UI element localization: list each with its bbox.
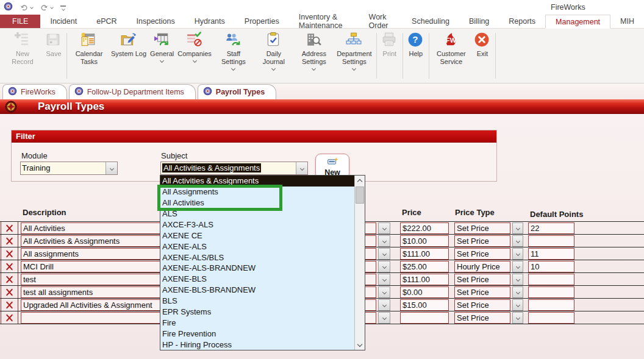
address-settings-button[interactable]: Address Settings — [294, 30, 334, 82]
system-log-button[interactable]: System Log — [109, 30, 148, 82]
subject-combobox[interactable]: All Activities & Assignments — [160, 162, 308, 175]
price-type-combo-arrow[interactable] — [512, 248, 523, 260]
staff-settings-button[interactable]: Staff Settings — [213, 30, 254, 82]
price-type-field[interactable]: Set Price — [454, 248, 510, 260]
ribbon-tab-scheduling[interactable]: Scheduling — [402, 15, 459, 28]
delete-row-button[interactable] — [1, 273, 18, 285]
price-type-combo-arrow[interactable] — [512, 235, 523, 247]
delete-row-button[interactable] — [1, 235, 18, 247]
redo-button[interactable] — [40, 2, 53, 13]
price-field[interactable] — [400, 312, 449, 324]
default-points-field[interactable] — [528, 235, 574, 247]
dropdown-item[interactable]: All Activities — [160, 197, 354, 208]
price-type-field[interactable]: Set Price — [454, 274, 510, 285]
row-subject-combo-arrow[interactable] — [378, 248, 390, 260]
document-tab-payroll-types[interactable]: Payroll Types — [198, 84, 276, 99]
document-tab-fireworks[interactable]: FireWorks — [2, 84, 67, 99]
dropdown-item[interactable]: AXENE-BLS-BRANDNEW — [160, 285, 354, 296]
daily-journal-button[interactable]: Daily Journal — [254, 30, 294, 82]
general-button[interactable]: General — [148, 30, 176, 82]
ribbon-tab-billing[interactable]: Billing — [459, 15, 499, 28]
ribbon-tab-incident[interactable]: Incident — [40, 15, 87, 28]
scrollbar-up-button[interactable] — [355, 176, 365, 185]
ribbon-tab-properties[interactable]: Properties — [235, 15, 289, 28]
ribbon-tab-inventory-maintenance[interactable]: Inventory & Maintenance — [289, 15, 359, 28]
price-field[interactable]: $25.00 — [400, 261, 449, 272]
department-settings-button[interactable]: Department Settings — [334, 30, 374, 82]
customer-service-button[interactable]: FWCustomer Service — [431, 30, 471, 82]
dropdown-item[interactable]: Fire — [160, 317, 354, 328]
price-field[interactable]: $222.00 — [400, 222, 449, 234]
row-subject-combo-arrow[interactable] — [378, 222, 390, 234]
delete-row-button[interactable] — [1, 260, 18, 272]
price-type-field[interactable]: Set Price — [454, 299, 510, 311]
price-type-field[interactable]: Hourly Price — [454, 261, 510, 272]
price-type-combo-arrow[interactable] — [512, 286, 523, 298]
price-field[interactable]: $0.00 — [400, 286, 449, 298]
scrollbar-down-button[interactable] — [355, 340, 365, 350]
dropdown-item[interactable]: BLS — [160, 296, 354, 307]
price-type-field[interactable]: Set Price — [454, 222, 510, 234]
help-button[interactable]: ?Help — [405, 30, 427, 82]
ribbon-tab-inspections[interactable]: Inspections — [127, 15, 185, 28]
default-points-field[interactable]: 10 — [528, 261, 574, 272]
companies-button[interactable]: Companies — [176, 30, 213, 82]
default-points-field[interactable] — [528, 286, 574, 298]
module-combobox[interactable]: Training — [20, 162, 118, 175]
ribbon-tab-file[interactable]: FILE — [0, 15, 40, 28]
price-field[interactable]: $111.00 — [400, 274, 449, 285]
price-type-combo-arrow[interactable] — [512, 261, 523, 272]
dropdown-item[interactable]: AXCE-F3-ALS — [160, 219, 354, 230]
price-type-field[interactable]: Set Price — [454, 312, 510, 324]
delete-row-button[interactable] — [1, 286, 18, 298]
default-points-field[interactable] — [528, 312, 574, 324]
module-combo-arrow[interactable] — [106, 162, 117, 174]
price-field[interactable]: $15.00 — [400, 299, 449, 311]
ribbon-tab-mih[interactable]: MIH — [610, 15, 644, 28]
dropdown-item[interactable]: AXENE-ALS/BLS — [160, 252, 354, 263]
row-subject-combo-arrow[interactable] — [378, 299, 390, 311]
price-type-field[interactable]: Set Price — [454, 286, 510, 298]
price-type-field[interactable]: Set Price — [454, 235, 510, 247]
delete-row-button[interactable] — [1, 222, 18, 234]
customize-quick-access-button[interactable] — [60, 5, 66, 10]
dropdown-item[interactable]: AXENE-ALS — [160, 241, 354, 252]
ribbon-tab-management[interactable]: Management — [545, 15, 610, 29]
price-type-combo-arrow[interactable] — [512, 274, 523, 285]
dropdown-item[interactable]: EPR Systems — [160, 307, 354, 318]
row-subject-combo-arrow[interactable] — [378, 312, 390, 324]
default-points-field[interactable]: 22 — [528, 222, 574, 234]
delete-row-button[interactable] — [1, 311, 18, 324]
ribbon-tab-epcr[interactable]: ePCR — [87, 15, 126, 28]
dropdown-scrollbar[interactable] — [354, 176, 365, 350]
ribbon-tab-hydrants[interactable]: Hydrants — [185, 15, 235, 28]
scrollbar-thumb[interactable] — [356, 187, 364, 204]
default-points-field[interactable]: 11 — [528, 248, 574, 260]
row-subject-combo-arrow[interactable] — [378, 286, 390, 298]
dropdown-item[interactable]: Fire Prevention — [160, 328, 354, 339]
default-points-field[interactable] — [528, 274, 574, 285]
app-logo-icon[interactable] — [4, 2, 13, 13]
dropdown-item[interactable]: ALS — [160, 208, 354, 219]
default-points-field[interactable] — [528, 299, 574, 311]
row-subject-combo-arrow[interactable] — [378, 235, 390, 247]
price-type-combo-arrow[interactable] — [512, 299, 523, 311]
ribbon-tab-reports[interactable]: Reports — [499, 15, 545, 28]
dropdown-item[interactable]: AXENE-BLS — [160, 274, 354, 285]
price-type-combo-arrow[interactable] — [512, 222, 523, 234]
ribbon-tab-work-order[interactable]: Work Order — [359, 15, 402, 28]
price-type-combo-arrow[interactable] — [512, 312, 523, 324]
exit-button[interactable]: Exit — [471, 30, 493, 82]
dropdown-item[interactable]: AXENE CE — [160, 230, 354, 241]
dropdown-item[interactable]: AXENE-ALS-BRANDNEW — [160, 263, 354, 274]
price-field[interactable]: $111.00 — [400, 248, 449, 260]
row-subject-combo-arrow[interactable] — [378, 261, 390, 272]
row-subject-combo-arrow[interactable] — [378, 274, 390, 285]
undo-button[interactable] — [20, 2, 33, 13]
subject-combo-arrow[interactable] — [296, 162, 307, 174]
dropdown-item[interactable]: All Activities & Assignments — [160, 176, 354, 187]
delete-row-button[interactable] — [1, 247, 18, 260]
delete-row-button[interactable] — [1, 299, 18, 311]
document-tab-follow-up-department-items[interactable]: Follow-Up Department Items — [69, 84, 196, 99]
dropdown-item[interactable]: HP - Hiring Process — [160, 339, 354, 350]
